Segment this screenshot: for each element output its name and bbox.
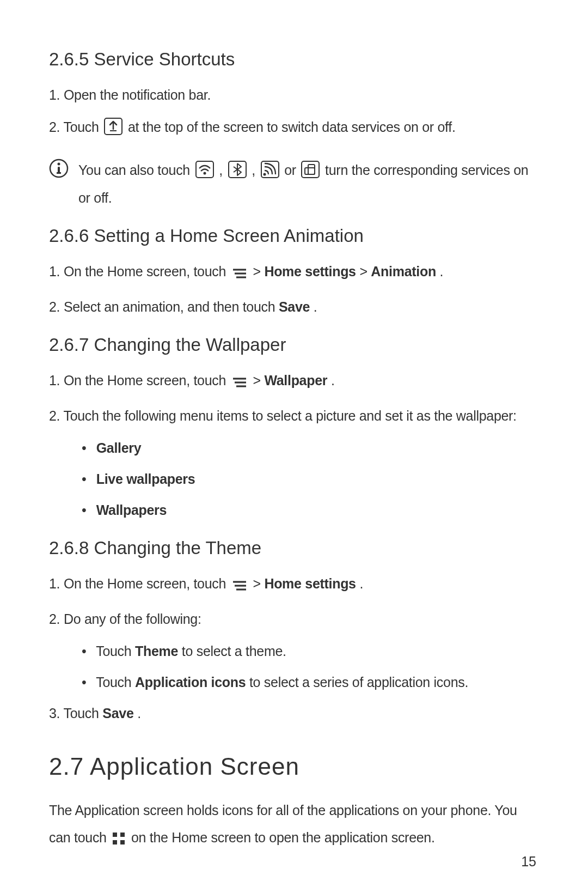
section-268: 2.6.8 Changing the Theme 1. On the Home … — [49, 538, 539, 726]
s268-i1a: 1. On the Home screen, touch — [49, 576, 230, 591]
sub-appicons-b1: Touch — [96, 675, 135, 690]
s266-i1b: > — [253, 264, 264, 279]
gallery-bold: Gallery — [96, 440, 142, 455]
s266-i2a: 2. Select an animation, and then touch — [49, 299, 279, 314]
sub-theme-a1: Touch — [96, 643, 135, 659]
svg-rect-22 — [113, 833, 117, 837]
sub-appicons-b3: to select a series of application icons. — [249, 675, 468, 690]
svg-rect-4 — [57, 172, 61, 174]
application-icons-bold: Application icons — [135, 675, 246, 690]
bullet-icon: • — [82, 436, 93, 460]
sub-wallpapers: • Wallpapers — [82, 498, 539, 522]
gps-icon — [261, 161, 279, 186]
section-267: 2.6.7 Changing the Wallpaper 1. On the H… — [49, 335, 539, 522]
svg-rect-25 — [120, 840, 125, 844]
bluetooth-icon — [228, 161, 247, 186]
s267-step-2: 2. Touch the following menu items to sel… — [49, 404, 539, 428]
sub-theme-a3: to select a theme. — [182, 643, 286, 659]
svg-rect-11 — [308, 165, 315, 174]
heading-265: 2.6.5 Service Shortcuts — [49, 49, 539, 70]
page-number: 15 — [521, 854, 536, 870]
wallpaper-bold: Wallpaper — [264, 373, 327, 388]
step-2-pre: 2. Touch — [49, 119, 102, 135]
svg-point-2 — [58, 163, 60, 166]
note-sep-2: , — [252, 162, 259, 178]
s268-step-3: 3. Touch Save . — [49, 701, 539, 726]
heading-266: 2.6.6 Setting a Home Screen Animation — [49, 226, 539, 246]
svg-rect-24 — [113, 840, 117, 844]
heading-27: 2.7 Application Screen — [49, 753, 539, 780]
s267-i1a: 1. On the Home screen, touch — [49, 373, 230, 388]
s267-sublist: • Gallery • Live wallpapers • Wallpapers — [49, 436, 539, 522]
s268-i1d: . — [359, 576, 363, 591]
document-page: 2.6.5 Service Shortcuts 1. Open the noti… — [0, 0, 588, 881]
menu-icon — [231, 575, 248, 599]
s266-i2c: . — [314, 299, 317, 314]
sub-live-wallpapers: • Live wallpapers — [82, 467, 539, 491]
sub-appicons: • Touch Application icons to select a se… — [82, 670, 539, 695]
note-sep-1: , — [219, 162, 226, 178]
s266-step-2: 2. Select an animation, and then touch S… — [49, 295, 539, 319]
svg-point-9 — [263, 173, 266, 176]
sub-theme: • Touch Theme to select a theme. — [82, 639, 539, 664]
s266-i1a: 1. On the Home screen, touch — [49, 264, 230, 279]
section-266: 2.6.6 Setting a Home Screen Animation 1.… — [49, 226, 539, 319]
svg-point-6 — [203, 172, 206, 175]
s268-i3c: . — [137, 706, 141, 721]
heading-268: 2.6.8 Changing the Theme — [49, 538, 539, 558]
wallpapers-bold: Wallpapers — [96, 502, 167, 518]
s268-sublist: • Touch Theme to select a theme. • Touch… — [49, 639, 539, 695]
menu-icon — [231, 263, 248, 287]
menu-icon — [231, 372, 248, 396]
svg-rect-12 — [305, 168, 315, 174]
section-27: 2.7 Application Screen The Application s… — [49, 753, 539, 854]
s267-i1d: . — [331, 373, 335, 388]
bullet-icon: • — [82, 639, 93, 664]
heading-267: 2.6.7 Changing the Wallpaper — [49, 335, 539, 355]
s266-step-1: 1. On the Home screen, touch > Home sett… — [49, 259, 539, 287]
live-wallpapers-bold: Live wallpapers — [96, 471, 195, 487]
save-bold: Save — [279, 299, 310, 314]
s268-i1b: > — [253, 576, 264, 591]
home-settings-bold-2: Home settings — [264, 576, 356, 591]
step-1: 1. Open the notification bar. — [49, 83, 539, 107]
save-bold-2: Save — [102, 706, 133, 721]
bullet-icon: • — [82, 467, 93, 491]
bullet-icon: • — [82, 498, 93, 522]
home-settings-bold: Home settings — [264, 264, 356, 279]
s27-paragraph: The Application screen holds icons for a… — [49, 797, 539, 854]
note-part-a: You can also touch — [78, 162, 194, 178]
theme-bold: Theme — [135, 643, 178, 659]
s27-p1b: on the Home screen to open the applicati… — [131, 830, 435, 845]
bullet-icon: • — [82, 670, 93, 695]
wifi-icon — [195, 161, 214, 186]
data-toggle-icon — [104, 118, 122, 143]
section-265: 2.6.5 Service Shortcuts 1. Open the noti… — [49, 49, 539, 210]
s266-i1d: > — [359, 264, 371, 279]
svg-rect-10 — [302, 161, 319, 178]
app-grid-icon — [112, 827, 126, 854]
note-block: You can also touch , , — [49, 158, 539, 210]
step-2: 2. Touch at the top of the screen to swi… — [49, 115, 539, 143]
animation-bold: Animation — [371, 264, 436, 279]
note-text: You can also touch , , — [78, 158, 539, 210]
s268-step-2: 2. Do any of the following: — [49, 607, 539, 631]
s268-i3a: 3. Touch — [49, 706, 102, 721]
sub-gallery: • Gallery — [82, 436, 539, 460]
s267-step-1: 1. On the Home screen, touch > Wallpaper… — [49, 368, 539, 396]
s267-i1b: > — [253, 373, 264, 388]
s268-step-1: 1. On the Home screen, touch > Home sett… — [49, 572, 539, 599]
note-info-icon — [49, 159, 69, 180]
note-sep-3: or — [284, 162, 299, 178]
s266-i1f: . — [440, 264, 444, 279]
auto-rotate-icon — [301, 161, 320, 186]
svg-rect-23 — [120, 833, 125, 837]
step-2-post: at the top of the screen to switch data … — [128, 119, 456, 135]
